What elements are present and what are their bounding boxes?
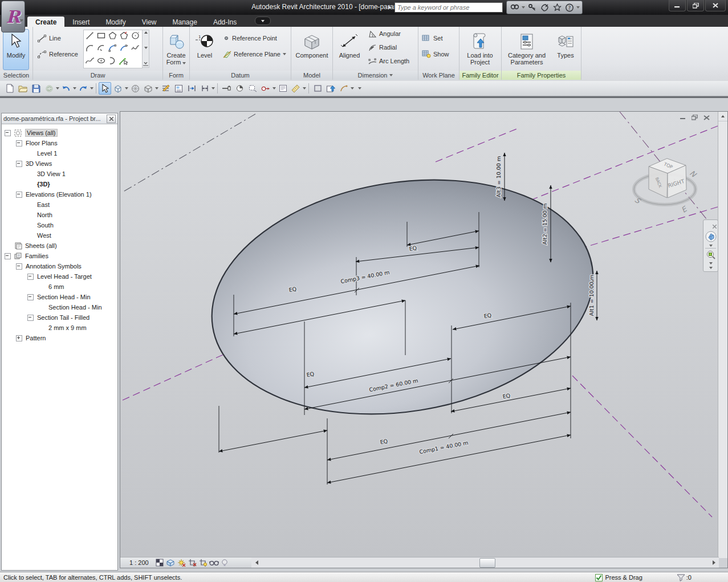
tag-icon[interactable] <box>259 82 272 95</box>
types-button[interactable]: Types <box>552 29 579 70</box>
open-icon[interactable] <box>17 82 29 95</box>
collapse-icon[interactable] <box>27 274 34 280</box>
visibility-graphics-icon[interactable] <box>172 82 185 95</box>
close-button[interactable] <box>705 0 726 11</box>
tree-item-sheets[interactable]: Sheets (all) <box>2 241 117 251</box>
component-button[interactable]: Component <box>295 29 329 70</box>
vertical-scrollbar[interactable] <box>718 112 727 558</box>
scroll-up-button[interactable] <box>718 112 727 121</box>
tree-item-north[interactable]: North <box>2 210 117 220</box>
navbar-more-icon[interactable] <box>709 267 713 269</box>
selection-filter[interactable]: :0 <box>677 574 692 581</box>
radial-dimension-button[interactable]: Radial <box>368 42 397 53</box>
component-caret-icon[interactable] <box>155 87 158 89</box>
press-drag-checkbox-icon[interactable] <box>595 574 603 581</box>
crop-off-icon[interactable] <box>187 558 198 568</box>
show-work-plane-button[interactable]: Show <box>422 48 449 60</box>
restore-button[interactable] <box>687 0 704 11</box>
scroll-left-button[interactable] <box>253 559 261 567</box>
tree-item-6mm[interactable]: 6 mm <box>2 282 117 292</box>
view-frame-icon[interactable] <box>311 82 324 95</box>
dim-label-alt3[interactable]: Alt3 = 10.00 m <box>495 156 502 197</box>
temporary-hide-isolate-icon[interactable] <box>209 558 219 568</box>
dim-label-alt2[interactable]: Alt2 = 15.00 m <box>542 204 548 245</box>
draw-pick-lines-icon[interactable] <box>119 56 128 67</box>
synchronize-icon[interactable] <box>43 82 55 95</box>
zoom-caret-icon[interactable] <box>709 262 713 264</box>
draw-partial-ellipse-icon[interactable] <box>108 56 117 67</box>
view-restore-button[interactable] <box>690 114 699 121</box>
show-crop-icon[interactable] <box>198 558 209 568</box>
tree-item-section-head-min[interactable]: Section Head - Min <box>2 292 117 302</box>
panel-label-dimension[interactable]: Dimension <box>333 71 418 80</box>
draw-circle-icon[interactable] <box>131 31 140 42</box>
search-collapse-icon[interactable] <box>388 5 391 10</box>
tree-item-south[interactable]: South <box>2 220 117 230</box>
measure-icon[interactable] <box>290 82 302 95</box>
tab-view[interactable]: View <box>134 17 165 27</box>
tree-item-floor-plans[interactable]: Floor Plans <box>2 138 117 148</box>
search-input[interactable] <box>394 2 503 13</box>
tree-item-level-1[interactable]: Level 1 <box>2 148 117 158</box>
view-minimize-button[interactable] <box>678 114 688 121</box>
tree-item-pattern[interactable]: Pattern <box>2 333 117 343</box>
collapse-icon[interactable] <box>5 253 11 259</box>
tree-item-2mm-x-9mm[interactable]: 2 mm x 9 mm <box>2 323 117 333</box>
view-scale-button[interactable]: 1 : 200 <box>129 559 149 566</box>
help-caret-icon[interactable] <box>576 6 580 9</box>
load-into-project-button[interactable]: Load into Project <box>462 29 498 70</box>
dim-label-alt1[interactable]: Alt1 = 10.00 m <box>588 275 595 316</box>
tree-item-level-head-target[interactable]: Level Head - Target <box>2 271 117 282</box>
default-3d-view-icon[interactable] <box>112 82 124 95</box>
tree-item-3d-view-1[interactable]: 3D View 1 <box>2 169 117 179</box>
dims-caret-icon[interactable] <box>212 87 215 89</box>
draw-circumscribed-polygon-icon[interactable] <box>120 31 128 42</box>
qat-customize-caret-icon[interactable] <box>358 87 361 89</box>
reveal-hidden-icon[interactable] <box>219 558 230 568</box>
collapse-icon[interactable] <box>5 130 11 136</box>
draw-arc-center-ends-icon[interactable] <box>97 44 105 55</box>
expand-icon[interactable] <box>16 335 22 341</box>
tree-item-section-tail-filled[interactable]: Section Tail - Filled <box>2 312 117 323</box>
application-menu-button[interactable]: R <box>1 1 25 32</box>
draw-line-icon[interactable] <box>86 31 94 42</box>
qat-modify-icon[interactable] <box>99 82 111 95</box>
tree-item-section-head-min-type[interactable]: Section Head - Min <box>2 302 117 312</box>
undo-caret-icon[interactable] <box>73 87 76 89</box>
create-form-button[interactable]: Create Form <box>164 29 188 70</box>
collapse-icon[interactable] <box>27 294 34 300</box>
steering-wheel-caret-icon[interactable] <box>709 245 713 247</box>
activate-dimensions-icon[interactable] <box>198 82 211 95</box>
3d-view-caret-icon[interactable] <box>125 87 128 89</box>
draw-scroll-up-icon[interactable] <box>144 31 148 34</box>
callout-icon[interactable] <box>246 82 259 95</box>
component-qat-icon[interactable] <box>142 82 154 95</box>
family-types-qat-icon[interactable] <box>337 82 350 95</box>
draw-ellipse-icon[interactable] <box>97 56 105 67</box>
shadows-off-icon[interactable] <box>176 558 187 568</box>
render-icon[interactable] <box>129 82 141 95</box>
tab-create[interactable]: Create <box>27 17 64 27</box>
draw-spline-2-icon[interactable] <box>86 56 94 67</box>
measure-caret-icon[interactable] <box>303 87 306 89</box>
minimize-ribbon-button[interactable] <box>255 17 271 25</box>
elevation-icon[interactable] <box>233 82 246 95</box>
zoom-button[interactable] <box>706 250 716 262</box>
navbar-close-icon[interactable] <box>713 221 717 231</box>
draw-rectangle-icon[interactable] <box>97 31 105 42</box>
press-drag-toggle[interactable]: Press & Drag <box>595 574 642 581</box>
horizontal-scroll-thumb[interactable] <box>479 558 495 568</box>
tree-item-annotation-symbols[interactable]: Annotation Symbols <box>2 261 117 271</box>
draw-tangent-arc-icon[interactable] <box>120 44 128 55</box>
draw-scroll-down-icon[interactable] <box>144 47 148 49</box>
thin-lines-icon[interactable] <box>159 82 172 95</box>
reference-point-button[interactable]: Reference Point <box>223 32 277 44</box>
line-tool[interactable]: Line <box>38 32 61 44</box>
detail-level-icon[interactable] <box>154 558 165 568</box>
collapse-icon[interactable] <box>16 263 22 270</box>
scroll-right-button[interactable] <box>710 559 718 567</box>
draw-expand-icon[interactable] <box>143 62 148 66</box>
set-work-plane-button[interactable]: Set <box>422 32 443 44</box>
drawing-area[interactable]: Alt3 = 10.00 m Alt2 = 15.00 m Alt1 = 10.… <box>120 111 728 568</box>
collapse-icon[interactable] <box>16 192 22 198</box>
